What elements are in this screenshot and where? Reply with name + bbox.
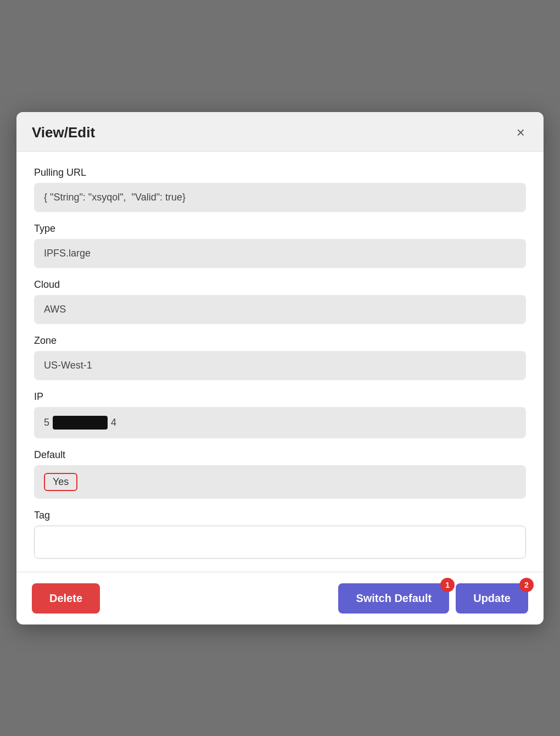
tag-input[interactable]: [34, 526, 526, 559]
ip-redacted: [53, 416, 108, 430]
delete-button[interactable]: Delete: [32, 583, 100, 614]
close-button[interactable]: ×: [513, 124, 528, 141]
default-field-wrapper: Yes: [34, 465, 526, 499]
type-input[interactable]: [34, 239, 526, 268]
default-value-badge: Yes: [44, 473, 77, 491]
ip-suffix: 4: [111, 417, 116, 428]
modal-overlay: View/Edit × Pulling URL Type Cloud Zon: [0, 0, 560, 736]
pulling-url-group: Pulling URL: [34, 167, 526, 212]
tag-group: Tag: [34, 510, 526, 559]
modal-title: View/Edit: [32, 124, 95, 141]
modal-header: View/Edit ×: [16, 112, 544, 152]
update-button[interactable]: Update: [456, 583, 528, 614]
modal-footer: Delete Switch Default 1 Update 2: [16, 572, 544, 625]
ip-label: IP: [34, 391, 526, 403]
footer-actions: Switch Default 1 Update 2: [338, 583, 528, 614]
default-group: Default Yes: [34, 449, 526, 499]
pulling-url-input[interactable]: [34, 183, 526, 212]
default-label: Default: [34, 449, 526, 461]
type-label: Type: [34, 223, 526, 235]
zone-group: Zone: [34, 335, 526, 380]
pulling-url-label: Pulling URL: [34, 167, 526, 179]
cloud-input[interactable]: [34, 295, 526, 324]
modal-dialog: View/Edit × Pulling URL Type Cloud Zon: [16, 112, 544, 625]
tag-label: Tag: [34, 510, 526, 521]
zone-input[interactable]: [34, 351, 526, 380]
ip-field-wrapper: 5 4: [34, 407, 526, 438]
zone-label: Zone: [34, 335, 526, 347]
ip-group: IP 5 4: [34, 391, 526, 438]
switch-default-badge: 1: [440, 578, 455, 592]
switch-default-wrapper: Switch Default 1: [338, 583, 449, 614]
update-badge: 2: [519, 578, 534, 592]
ip-prefix: 5: [44, 417, 49, 428]
modal-body: Pulling URL Type Cloud Zone IP: [16, 152, 544, 572]
type-group: Type: [34, 223, 526, 268]
cloud-group: Cloud: [34, 279, 526, 324]
update-wrapper: Update 2: [456, 583, 528, 614]
switch-default-button[interactable]: Switch Default: [338, 583, 449, 614]
cloud-label: Cloud: [34, 279, 526, 291]
